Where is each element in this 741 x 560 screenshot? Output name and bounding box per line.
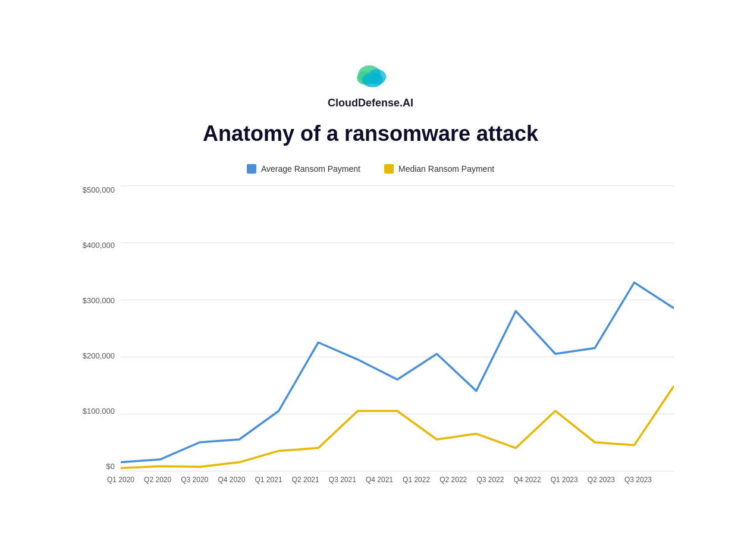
legend-label-median: Median Ransom Payment bbox=[398, 164, 494, 174]
chart-area: Average Ransom Payment Median Ransom Pay… bbox=[67, 164, 674, 495]
y-label-0: $0 bbox=[106, 462, 115, 471]
x-label-q1-2022: Q1 2022 bbox=[398, 476, 434, 484]
chart-wrapper: $500,000 $400,000 $300,000 $200,000 $100… bbox=[67, 185, 674, 495]
x-label-q3-2023: Q3 2023 bbox=[620, 476, 656, 484]
y-axis: $500,000 $400,000 $300,000 $200,000 $100… bbox=[67, 185, 121, 471]
chart-body bbox=[121, 185, 674, 471]
legend-item-average: Average Ransom Payment bbox=[247, 164, 360, 174]
brand-name: CloudDefense.AI bbox=[328, 97, 413, 109]
x-label-q4-2021: Q4 2021 bbox=[362, 476, 397, 484]
main-container: CloudDefense.AI Anatomy of a ransomware … bbox=[43, 42, 698, 518]
legend-color-median bbox=[384, 164, 394, 174]
x-label-q4-2020: Q4 2020 bbox=[213, 476, 249, 484]
chart-svg-overlay bbox=[121, 185, 674, 471]
x-axis: Q1 2020 Q2 2020 Q3 2020 Q4 2020 Q1 2021 … bbox=[121, 471, 674, 495]
y-label-500k: $500,000 bbox=[83, 185, 115, 194]
x-label-q4-2022: Q4 2022 bbox=[510, 476, 545, 484]
median-polyline bbox=[121, 386, 674, 468]
x-label-q2-2023: Q2 2023 bbox=[583, 476, 619, 484]
x-label-q1-2021: Q1 2021 bbox=[251, 476, 287, 484]
chart-legend: Average Ransom Payment Median Ransom Pay… bbox=[67, 164, 674, 174]
legend-item-median: Median Ransom Payment bbox=[384, 164, 494, 174]
x-label-q3-2021: Q3 2021 bbox=[325, 476, 360, 484]
x-label-q1-2020: Q1 2020 bbox=[103, 476, 139, 484]
y-label-200k: $200,000 bbox=[83, 351, 115, 360]
average-polyline bbox=[121, 282, 674, 462]
x-label-q2-2020: Q2 2020 bbox=[140, 476, 175, 484]
x-label-q2-2022: Q2 2022 bbox=[435, 476, 471, 484]
x-label-q3-2022: Q3 2022 bbox=[472, 476, 508, 484]
y-label-100k: $100,000 bbox=[83, 407, 115, 416]
legend-label-average: Average Ransom Payment bbox=[261, 164, 360, 174]
clouddefense-logo-icon bbox=[350, 59, 391, 92]
page-title: Anatomy of a ransomware attack bbox=[203, 121, 538, 146]
x-label-q1-2023: Q1 2023 bbox=[547, 476, 582, 484]
y-label-300k: $300,000 bbox=[83, 296, 115, 305]
legend-color-average bbox=[247, 164, 256, 174]
x-label-q3-2020: Q3 2020 bbox=[177, 476, 212, 484]
y-label-400k: $400,000 bbox=[83, 241, 115, 250]
logo-area: CloudDefense.AI bbox=[328, 59, 413, 109]
svg-point-3 bbox=[362, 73, 383, 87]
x-label-q2-2021: Q2 2021 bbox=[288, 476, 324, 484]
